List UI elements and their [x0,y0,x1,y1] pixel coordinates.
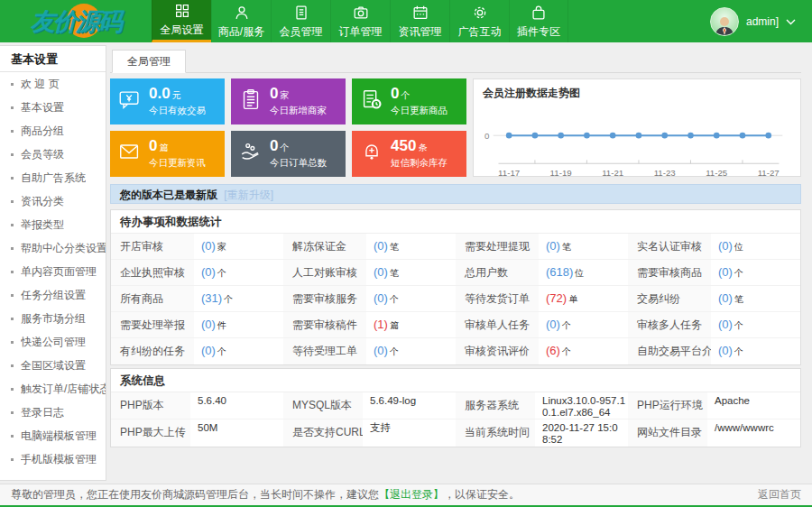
sidebar-item-pc-templates[interactable]: 电脑端模板管理 [0,424,106,447]
stat-number: (6) [546,344,560,357]
bullet-icon [11,294,14,297]
stat-number: (0) [718,239,733,253]
card-updated-news[interactable]: 0篇 今日更新资讯 [110,131,225,177]
card-sms-stock[interactable]: 450条 短信剩余库存 [352,131,466,177]
stat-value: (0)个 [711,312,800,337]
version-notice: 您的版本已是最新版 [重新升级] [110,184,801,204]
card-unit: 个 [280,143,289,152]
stat-item: 等待发货订单(72)单 [456,286,628,311]
sysinfo-label: 当前系统时间 [456,419,535,447]
bullet-icon [11,388,14,391]
svg-text:11-23: 11-23 [654,168,676,178]
svg-text:11-25: 11-25 [706,168,727,178]
sidebar-item-report-types[interactable]: 举报类型 [0,213,106,236]
bullet-icon [11,130,14,133]
back-home-link[interactable]: 返回首页 [758,487,801,502]
upgrade-link[interactable]: [重新升级] [224,189,273,201]
sidebar-item-help-center[interactable]: 帮助中心分类设置 [0,236,106,260]
nav-item-orders[interactable]: 订单管理 [330,0,390,42]
sidebar-item-regions[interactable]: 全国区域设置 [0,354,106,377]
stat-number: (0) [201,318,216,331]
stat-unit: 家 [217,242,226,252]
stat-label: 审核多人任务 [628,312,711,337]
card-new-merchants[interactable]: 0家 今日新增商家 [231,78,346,124]
card-value: 0 [270,137,278,154]
sidebar-item-goods-groups[interactable]: 商品分组 [0,119,106,143]
card-total-orders[interactable]: 0个 今日订单总数 [231,131,346,177]
stat-unit: 笔 [734,294,743,304]
user-menu[interactable]: admin] [710,0,812,42]
nav-label: 全局设置 [161,23,204,38]
card-today-transactions[interactable]: 0.0元 今日有效交易 [110,78,225,124]
stat-label: 解冻保证金 [283,234,366,259]
sysinfo-value: /www/wwwrc [707,419,800,447]
stat-unit: 位 [575,268,584,278]
sidebar-item-basic-settings[interactable]: 基本设置 [0,96,106,119]
nav-item-news[interactable]: 资讯管理 [390,0,449,42]
sidebar-item-express-companies[interactable]: 快递公司管理 [0,330,106,354]
sidebar-item-member-levels[interactable]: 会员等级 [0,143,106,166]
stat-number: (0) [718,318,733,331]
stat-label: 需要审核稿件 [283,312,366,337]
stat-cards: 0.0元 今日有效交易 0家 今日新增商家 0个 今日更新商品 [110,78,466,177]
sidebar-item-welcome[interactable]: 欢 迎 页 [0,72,106,96]
chevron-down-icon [786,15,796,28]
sysinfo-row: PHP最大上传50M 是否支持CURL支持 当前系统时间2020-11-27 1… [111,419,800,447]
card-value: 450 [391,137,416,154]
nav-item-global-settings[interactable]: 全局设置 [152,0,211,42]
sysinfo-item: 是否支持CURL支持 [283,419,456,447]
card-value: 0.0 [149,85,171,102]
logo[interactable]: 友价源码 [0,0,152,42]
stat-item: 审核单人任务(0)个 [456,312,628,337]
stat-unit: 笔 [562,242,571,252]
sidebar-item-trigger-status[interactable]: 触发订单/店铺状态 [0,377,106,401]
card-unit: 篇 [159,143,168,152]
grid-icon [173,2,191,20]
bullet-icon [11,200,14,203]
footer-suffix: ，以保证安全。 [444,488,520,501]
stat-unit: 个 [390,346,399,356]
stat-item: 需要审核商品(0)个 [628,260,800,285]
nav-item-goods-services[interactable]: 商品/服务 [211,0,271,42]
sidebar-item-self-ads[interactable]: 自助广告系统 [0,166,106,189]
sysinfo-value: Linux3.10.0-957.10.1.el7.x86_64 [535,392,628,419]
stat-unit: 个 [217,268,226,278]
sysinfo-row: PHP版本5.6.40 MYSQL版本5.6.49-log 服务器系统Linux… [111,392,800,419]
sidebar-item-task-groups[interactable]: 任务分组设置 [0,283,106,307]
nav-item-members[interactable]: 会员管理 [271,0,330,42]
logout-link[interactable]: 【退出登录】 [379,488,444,501]
sidebar-item-service-market[interactable]: 服务市场分组 [0,307,106,330]
stat-unit: 笔 [390,242,399,252]
stats-row: 有纠纷的任务(0)个 等待受理工单(0)个 审核资讯评价(6)个 自助交易平台介… [111,338,800,364]
svg-text:11-19: 11-19 [550,168,572,178]
sidebar-item-mobile-templates[interactable]: 手机版模板管理 [0,447,106,471]
hand-coins-icon [238,140,263,168]
sidebar-item-single-pages[interactable]: 单内容页面管理 [0,260,106,283]
logo-text: 友价源码 [31,5,121,38]
sidebar-item-news-categories[interactable]: 资讯分类 [0,189,106,213]
nav-label: 资讯管理 [399,24,442,40]
nav-item-ads[interactable]: 广告互动 [449,0,509,42]
card-label: 今日订单总数 [270,157,327,170]
sysinfo-label: PHP最大上传 [111,419,190,447]
doc-clock-icon [359,88,384,115]
nav-item-plugins[interactable]: 插件专区 [509,0,568,42]
stat-label: 需要审核商品 [628,260,711,285]
stat-label: 企业执照审核 [111,260,194,285]
sidebar-item-login-logs[interactable]: 登录日志 [0,401,106,424]
user-icon [233,4,251,22]
stat-unit: 个 [562,320,571,330]
sysinfo-label: PHP版本 [111,392,190,419]
stat-number: (0) [374,239,388,253]
card-unit: 个 [401,90,410,100]
tab-global-management[interactable]: 全局管理 [112,50,186,73]
main-content: 全局管理 0.0元 今日有效交易 0家 今日新增商家 0个 [110,42,801,484]
stat-value: (72)单 [539,286,628,311]
svg-text:11-21: 11-21 [602,168,623,178]
card-updated-goods[interactable]: 0个 今日更新商品 [352,78,466,124]
stat-label: 开店审核 [111,234,194,259]
stat-value: (6)个 [539,338,628,364]
sysinfo-item: 当前系统时间2020-11-27 15:08:52 [456,419,628,447]
stat-label: 需要审核服务 [283,286,366,311]
footer-prefix: 尊敬的管理员，您正在使用友价商城源码管理后台，当长时间不操作，建议您 [11,488,379,501]
